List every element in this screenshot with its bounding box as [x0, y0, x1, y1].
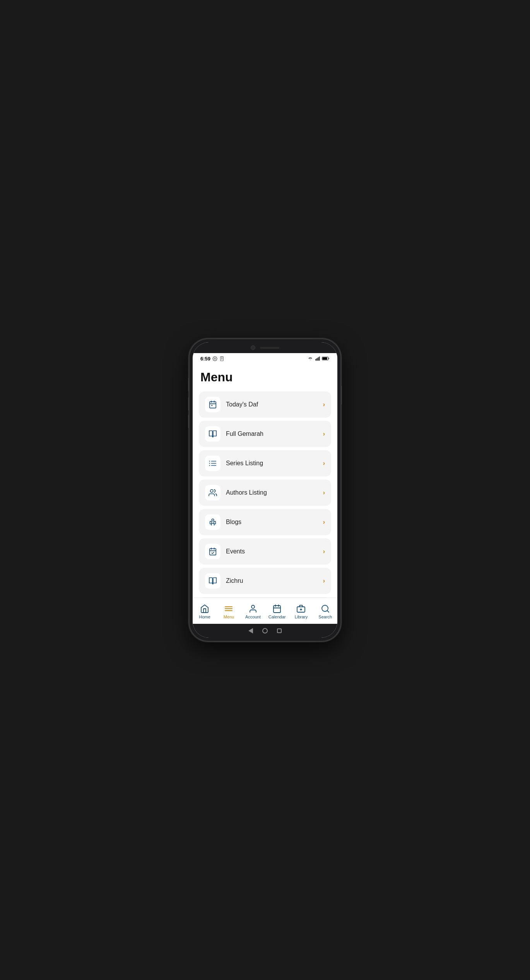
status-time: 6:59 — [200, 356, 210, 362]
gesture-bar — [193, 624, 337, 638]
full-gemarah-icon-wrap — [205, 426, 221, 442]
signal-status-icon — [315, 356, 320, 361]
authors-listing-icon-wrap — [205, 485, 221, 500]
svg-rect-21 — [210, 521, 212, 524]
nav-item-home[interactable]: Home — [195, 604, 214, 619]
menu-item-todays-daf[interactable]: Today's Daf › — [199, 391, 331, 418]
menu-list: Today's Daf › Full Gemarah › — [199, 391, 331, 598]
users-icon — [209, 488, 217, 497]
calendar-nav-label: Calendar — [268, 615, 286, 619]
recents-button[interactable] — [277, 628, 282, 633]
camera-lens — [251, 345, 255, 350]
status-bar: 6:59 — [193, 353, 337, 364]
settings-status-icon — [212, 356, 217, 361]
calendar-check-icon — [209, 547, 217, 556]
account-nav-label: Account — [245, 615, 261, 619]
svg-line-45 — [327, 611, 328, 612]
page-title: Menu — [199, 370, 331, 384]
sim-status-icon — [219, 356, 224, 361]
menu-nav-icon — [224, 604, 233, 613]
menu-item-blogs[interactable]: Blogs › — [199, 509, 331, 535]
nav-item-calendar[interactable]: Calendar — [267, 604, 287, 619]
svg-point-36 — [251, 605, 255, 608]
calendar-nav-icon — [272, 604, 282, 613]
svg-rect-8 — [210, 402, 216, 408]
account-nav-icon — [248, 604, 258, 613]
events-chevron: › — [323, 548, 325, 555]
svg-rect-7 — [323, 357, 327, 360]
bookmark-icon — [209, 577, 217, 585]
authors-listing-label: Authors Listing — [226, 489, 323, 496]
svg-rect-1 — [221, 357, 224, 361]
full-gemarah-label: Full Gemarah — [226, 430, 323, 437]
search-nav-icon — [321, 604, 330, 613]
svg-rect-5 — [319, 357, 320, 361]
back-button[interactable] — [248, 628, 253, 633]
menu-item-full-gemarah[interactable]: Full Gemarah › — [199, 421, 331, 447]
phone-screen: 6:59 — [193, 342, 337, 638]
home-nav-label: Home — [199, 615, 210, 619]
svg-rect-22 — [214, 521, 216, 524]
series-listing-chevron: › — [323, 460, 325, 467]
svg-rect-4 — [318, 357, 319, 361]
blogs-label: Blogs — [226, 519, 323, 526]
home-button[interactable] — [262, 628, 268, 633]
svg-point-19 — [210, 490, 213, 492]
events-label: Events — [226, 548, 323, 555]
menu-nav-label: Menu — [224, 615, 234, 619]
full-gemarah-chevron: › — [323, 430, 325, 437]
home-nav-icon — [200, 604, 209, 613]
search-nav-label: Search — [318, 615, 332, 619]
library-nav-icon — [296, 604, 306, 613]
blogs-icon-wrap — [205, 514, 221, 530]
main-content: Menu Today's Daf › — [193, 364, 337, 598]
nav-item-account[interactable]: Account — [243, 604, 263, 619]
series-listing-label: Series Listing — [226, 460, 323, 467]
calendar-today-icon — [209, 400, 217, 409]
book-open-icon — [209, 430, 217, 438]
nav-item-menu[interactable]: Menu — [219, 604, 238, 619]
blogs-chevron: › — [323, 519, 325, 526]
menu-item-series-listing[interactable]: Series Listing › — [199, 450, 331, 476]
menu-item-zichru[interactable]: Zichru › — [199, 568, 331, 594]
menu-item-events[interactable]: Events › — [199, 538, 331, 565]
svg-rect-37 — [274, 606, 280, 613]
camera-area — [251, 345, 279, 350]
zichru-icon-wrap — [205, 573, 221, 589]
list-icon — [209, 459, 217, 468]
menu-item-authors-listing[interactable]: Authors Listing › — [199, 480, 331, 506]
phone-notch — [193, 342, 337, 353]
todays-daf-chevron: › — [323, 401, 325, 408]
bottom-nav: Home Menu Account — [193, 598, 337, 624]
series-listing-icon-wrap — [205, 456, 221, 471]
svg-rect-12 — [211, 405, 212, 406]
nav-item-library[interactable]: Library — [291, 604, 311, 619]
phone-frame: 6:59 — [190, 339, 340, 641]
nav-item-search[interactable]: Search — [316, 604, 335, 619]
battery-status-icon — [322, 356, 330, 361]
book-reader-icon — [209, 518, 217, 526]
todays-daf-label: Today's Daf — [226, 401, 323, 408]
events-icon-wrap — [205, 544, 221, 559]
wifi-status-icon — [307, 356, 313, 361]
status-left: 6:59 — [200, 356, 224, 362]
authors-listing-chevron: › — [323, 489, 325, 496]
library-nav-label: Library — [295, 615, 308, 619]
todays-daf-icon-wrap — [205, 397, 221, 412]
svg-rect-23 — [210, 549, 216, 555]
svg-rect-2 — [316, 359, 316, 361]
zichru-chevron: › — [323, 577, 325, 584]
status-right — [307, 356, 330, 361]
zichru-label: Zichru — [226, 577, 323, 584]
svg-point-20 — [212, 519, 214, 521]
svg-rect-3 — [317, 358, 318, 361]
svg-point-0 — [214, 358, 215, 359]
speaker — [260, 347, 279, 349]
